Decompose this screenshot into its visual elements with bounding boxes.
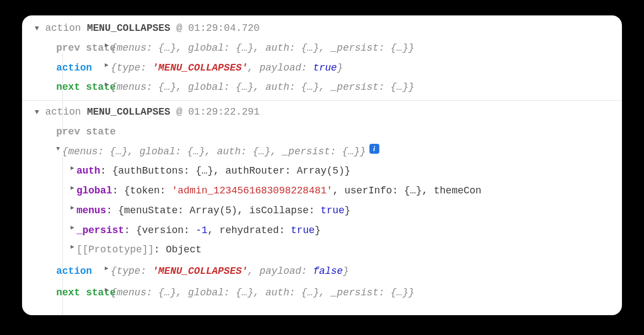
chevron-right-icon[interactable]: [105, 40, 109, 50]
action-name: MENU_COLLAPSES: [87, 23, 170, 34]
chevron-down-icon[interactable]: [32, 104, 42, 121]
chevron-right-icon[interactable]: [105, 263, 109, 273]
timestamp: 01:29:22.291: [188, 106, 260, 117]
prev-state-label: prev state: [22, 124, 105, 141]
object-summary: {menus: {…}, global: {…}, auth: {…}, _pe…: [111, 79, 415, 96]
next-state-row[interactable]: next state {menus: {…}, global: {…}, aut…: [22, 78, 622, 101]
prev-state-label: prev state: [22, 40, 105, 57]
console-panel: action MENU_COLLAPSES @ 01:29:04.720 pre…: [22, 15, 622, 315]
object-property-row[interactable]: [[Prototype]]: Object: [22, 240, 622, 260]
chevron-down-icon[interactable]: [32, 20, 42, 37]
log-kind: action: [45, 23, 81, 34]
chevron-right-icon[interactable]: [105, 285, 109, 295]
tree-guide-line: [62, 156, 63, 315]
object-summary: {menus: {…}, global: {…}, auth: {…}, _pe…: [111, 40, 415, 57]
prev-state-row[interactable]: prev state {menus: {…}, global: {…}, aut…: [22, 39, 622, 58]
chevron-down-icon[interactable]: [56, 144, 60, 154]
action-row[interactable]: action {type: 'MENU_COLLAPSES', payload:…: [22, 58, 622, 78]
log-entry-header[interactable]: action MENU_COLLAPSES @ 01:29:22.291: [22, 101, 622, 122]
chevron-right-icon[interactable]: [71, 223, 74, 233]
at-sign: @: [176, 23, 183, 34]
object-summary: {type: 'MENU_COLLAPSES', payload: false}: [111, 263, 349, 280]
chevron-right-icon[interactable]: [105, 60, 109, 70]
prev-state-row[interactable]: prev state: [22, 122, 622, 142]
object-property-row[interactable]: global: {token: 'admin_12345616830982284…: [22, 181, 622, 201]
log-kind: action: [45, 106, 81, 117]
at-sign: @: [176, 106, 183, 117]
object-summary: {type: 'MENU_COLLAPSES', payload: true}: [111, 60, 343, 77]
tree-guide-line: [62, 53, 63, 133]
chevron-right-icon[interactable]: [71, 183, 74, 193]
next-state-label: next state: [22, 79, 105, 96]
chevron-right-icon[interactable]: [71, 203, 74, 213]
action-name: MENU_COLLAPSES: [87, 106, 170, 117]
action-row[interactable]: action {type: 'MENU_COLLAPSES', payload:…: [22, 260, 622, 282]
object-property-row[interactable]: auth: {authButtons: {…}, authRouter: Arr…: [22, 161, 622, 181]
object-property-row[interactable]: _persist: {version: -1, rehydrated: true…: [22, 221, 622, 241]
action-label: action: [22, 263, 105, 280]
object-summary: {menus: {…}, global: {…}, auth: {…}, _pe…: [111, 285, 415, 301]
chevron-right-icon[interactable]: [71, 242, 74, 252]
chevron-right-icon[interactable]: [71, 163, 74, 173]
next-state-label: next state: [22, 285, 105, 301]
log-entry-header[interactable]: action MENU_COLLAPSES @ 01:29:04.720: [22, 19, 622, 39]
chevron-right-icon[interactable]: [105, 79, 109, 89]
next-state-row[interactable]: next state {menus: {…}, global: {…}, aut…: [22, 282, 622, 303]
object-property-row[interactable]: menus: {menuState: Array(5), isCollapse:…: [22, 201, 622, 221]
object-summary: {menus: {…}, global: {…}, auth: {…}, _pe…: [62, 144, 366, 160]
info-icon[interactable]: i: [369, 144, 379, 154]
action-label: action: [22, 60, 105, 77]
timestamp: 01:29:04.720: [188, 23, 260, 34]
object-expanded-header[interactable]: {menus: {…}, global: {…}, auth: {…}, _pe…: [22, 142, 622, 162]
